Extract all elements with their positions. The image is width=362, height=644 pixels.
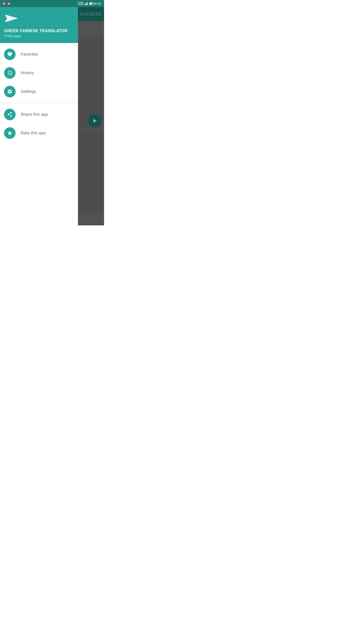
notification-icon-1: N	[2, 2, 6, 6]
menu-item-settings[interactable]: Settings	[0, 82, 78, 101]
menu-item-favorites[interactable]: Favorites	[0, 45, 78, 64]
app-subtitle: TTMA Apps	[4, 34, 74, 38]
gear-icon	[7, 89, 13, 94]
settings-icon-circle	[4, 86, 16, 97]
share-icon	[7, 112, 13, 117]
rate-icon-circle	[4, 127, 16, 139]
svg-rect-2	[87, 3, 87, 5]
battery-icon: ⚡	[89, 2, 94, 5]
navigation-drawer: GREEK CHINESE TRANSLATOR TTMA Apps Favor…	[0, 7, 78, 225]
menu-item-history[interactable]: History	[0, 64, 78, 82]
menu-item-rate[interactable]: Rate this app	[0, 124, 78, 142]
drawer-overlay[interactable]	[78, 7, 104, 225]
paper-plane-icon	[4, 12, 19, 25]
rate-label: Rate this app	[21, 131, 46, 136]
share-icon-circle	[4, 109, 16, 120]
drawer-menu: Favorites History Settings	[0, 43, 78, 225]
status-bar-left: N N	[2, 2, 11, 6]
star-icon	[7, 130, 13, 136]
notification-icon-2: N	[7, 2, 11, 6]
history-icon-circle	[4, 67, 16, 79]
app-logo	[4, 12, 74, 26]
favorites-icon-circle	[4, 49, 16, 60]
menu-divider	[0, 103, 78, 103]
svg-rect-0	[85, 4, 85, 5]
heart-icon	[7, 52, 13, 57]
svg-rect-3	[88, 2, 88, 5]
favorites-label: Favorites	[21, 52, 38, 57]
drawer-header: GREEK CHINESE TRANSLATOR TTMA Apps	[0, 7, 78, 43]
lte-badge: LTE	[78, 2, 83, 5]
svg-rect-1	[86, 3, 86, 5]
time-display: 9:33	[95, 2, 101, 6]
status-bar-right: LTE ⚡ 9:33	[78, 2, 101, 6]
status-bar: N N LTE ⚡ 9:33	[0, 0, 104, 7]
settings-label: Settings	[21, 89, 36, 94]
signal-icon	[85, 2, 88, 5]
menu-item-share[interactable]: Share this app	[0, 105, 78, 124]
history-label: History	[21, 70, 34, 75]
share-label: Share this app	[21, 112, 48, 117]
clock-icon	[7, 70, 13, 76]
app-title: GREEK CHINESE TRANSLATOR	[4, 29, 74, 33]
main-layout: GREEK CHINESE TRANSLATOR TTMA Apps Favor…	[0, 7, 104, 225]
